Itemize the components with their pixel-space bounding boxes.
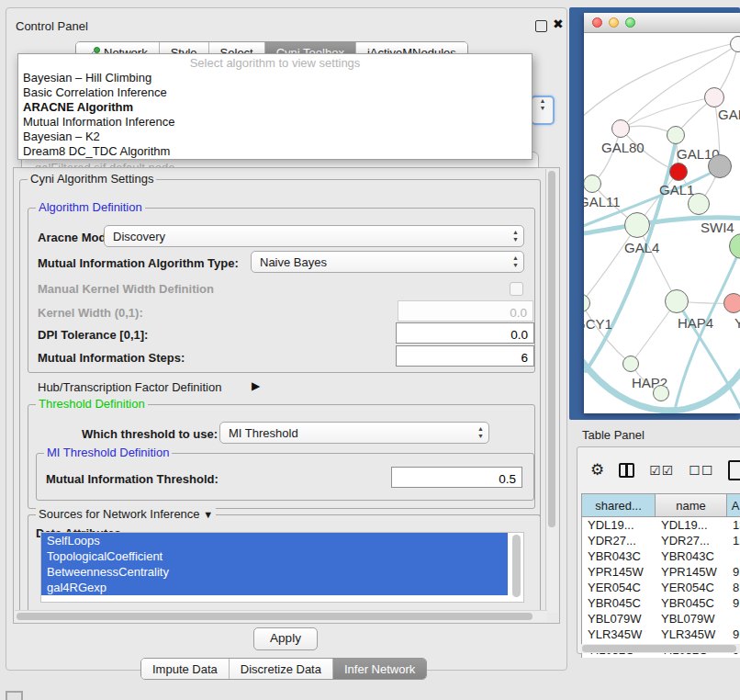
float-window-icon[interactable] — [535, 20, 547, 32]
network-node[interactable] — [730, 36, 740, 52]
table-row[interactable]: YDL19...YDL19...13 — [582, 517, 740, 533]
data-attribute-item[interactable]: gal4RGexp — [41, 580, 508, 595]
mi-steps-input[interactable] — [396, 345, 534, 367]
data-attributes-list[interactable]: SelfLoopsTopologicalCoefficientBetweenne… — [40, 532, 524, 603]
algorithm-combo-stepper[interactable]: ▲▼ — [531, 96, 555, 125]
node-label: GAL80 — [601, 140, 645, 155]
column-header-shared-name[interactable]: shared... — [582, 494, 656, 516]
data-attribute-item[interactable]: SelfLoops — [41, 533, 508, 548]
minimize-traffic-light-icon[interactable] — [609, 17, 619, 28]
table-cell: 9. — [727, 627, 740, 642]
algorithm-option[interactable]: Basic Correlation Inference — [18, 85, 532, 100]
algorithm-option[interactable]: Bayesian – K2 — [18, 130, 532, 144]
data-attribute-item[interactable]: TopologicalCoefficient — [41, 548, 508, 564]
network-node-gal11[interactable] — [584, 175, 601, 193]
node-label: GAL11 — [584, 194, 621, 209]
close-icon[interactable]: ✖ — [553, 17, 564, 31]
close-traffic-light-icon[interactable] — [592, 17, 602, 28]
network-node[interactable] — [653, 385, 669, 401]
table-row[interactable]: YLR345WYLR345W9. — [582, 627, 740, 642]
network-node[interactable] — [708, 154, 732, 178]
table-panel: ⚙ ☑☑ ☐☐ shared... name A YDL19...YDL19..… — [577, 446, 740, 654]
table-cell: 8. — [727, 580, 740, 595]
node-table: shared... name A YDL19...YDL19...13YDR27… — [581, 493, 740, 658]
table-row[interactable]: YPR145WYPR145W9. — [582, 564, 740, 580]
stepper-arrows-icon: ▲▼ — [512, 229, 519, 243]
algorithm-dropdown-popup: Select algorithm to view settings Bayesi… — [17, 53, 533, 160]
table-body: YDL19...YDL19...13YDR27...YDR27...12YBR0… — [582, 517, 740, 658]
network-node-gal1[interactable] — [669, 163, 688, 181]
table-row[interactable]: YBR045CYBR045C9. — [582, 595, 740, 611]
collapsed-panel-icon[interactable] — [6, 691, 23, 700]
tab-discretize-data[interactable]: Discretize Data — [230, 659, 333, 679]
mi-steps-label: Mutual Information Steps: — [38, 351, 185, 365]
settings-vertical-scrollbar[interactable] — [545, 169, 558, 613]
panel-title: Control Panel — [16, 19, 88, 33]
network-node-y[interactable] — [723, 293, 740, 313]
table-cell: YDL19... — [582, 517, 656, 533]
columns-icon[interactable] — [619, 463, 634, 478]
tab-impute-data[interactable]: Impute Data — [141, 659, 230, 679]
mi-threshold-input[interactable] — [391, 467, 522, 488]
control-panel-window: Control Panel ✖ Network Style Select Cyn… — [6, 7, 567, 671]
network-window: GALGAL80GAL10GAL1GAL11GAL4SWI4GCY1HAP4YH… — [584, 13, 740, 413]
settings-horizontal-scrollbar[interactable] — [15, 610, 547, 622]
select-all-columns-icon[interactable]: ☑☑ — [649, 463, 674, 478]
group-mi-threshold-definition: MI Threshold Definition Mutual Informati… — [36, 453, 534, 501]
table-header-row: shared... name A — [582, 494, 740, 517]
hub-tf-section-label[interactable]: Hub/Transcription Factor Definition — [38, 380, 221, 394]
algorithm-option[interactable]: ARACNE Algorithm — [18, 100, 532, 115]
which-threshold-combo[interactable]: MI Threshold ▲▼ — [219, 422, 489, 444]
table-cell: YBR043C — [656, 548, 727, 564]
algorithm-option[interactable]: Bayesian – Hill Climbing — [18, 71, 532, 85]
table-toolbar: ⚙ ☑☑ ☐☐ — [590, 460, 740, 480]
algorithm-option[interactable]: Mutual Information Inference — [18, 115, 532, 130]
network-node[interactable] — [688, 193, 710, 215]
collapse-right-icon[interactable]: ▶ — [252, 379, 260, 392]
network-node-gal80[interactable] — [611, 119, 630, 138]
table-cell: YDL19... — [656, 517, 727, 533]
table-row[interactable]: YDR27...YDR27...12 — [582, 533, 740, 548]
data-attribute-item[interactable]: BetweennessCentrality — [41, 564, 508, 580]
node-label: GAL1 — [659, 182, 694, 198]
zoom-traffic-light-icon[interactable] — [625, 17, 635, 28]
algorithm-placeholder: Select algorithm to view settings — [18, 54, 532, 71]
dpi-tolerance-input[interactable] — [396, 322, 534, 344]
table-cell: 12 — [727, 533, 740, 548]
table-cell: YDR27... — [656, 533, 727, 548]
aracne-mode-combo[interactable]: Discovery ▲▼ — [104, 225, 524, 247]
gear-icon[interactable]: ⚙ — [590, 462, 604, 479]
collapse-down-icon[interactable]: ▼ — [203, 509, 213, 520]
stepper-arrows-icon: ▲▼ — [512, 254, 519, 269]
manual-kernel-checkbox[interactable] — [510, 282, 523, 296]
column-header-partial[interactable]: A — [727, 494, 740, 516]
apply-button[interactable]: Apply — [253, 627, 318, 650]
network-node-gal[interactable] — [704, 87, 724, 107]
deselect-all-columns-icon[interactable]: ☐☐ — [689, 463, 713, 478]
group-threshold-definition: Threshold Definition Which threshold to … — [28, 404, 535, 509]
table-cell: YLR345W — [582, 627, 656, 642]
table-cell: 13 — [727, 517, 740, 533]
table-row[interactable]: YER054CYER054C8. — [582, 580, 740, 595]
column-header-name[interactable]: name — [656, 494, 727, 516]
algorithm-option[interactable]: Dream8 DC_TDC Algorithm — [18, 144, 532, 159]
table-row[interactable]: YBL079WYBL079W — [582, 611, 740, 627]
export-table-icon[interactable] — [728, 460, 740, 480]
table-cell: YER054C — [656, 580, 727, 595]
mi-algorithm-type-combo[interactable]: Naive Bayes ▲▼ — [251, 251, 524, 273]
network-node-hap4[interactable] — [665, 289, 689, 313]
network-node-gal10[interactable] — [667, 126, 685, 144]
table-cell: YBR045C — [656, 595, 727, 611]
network-node-hap2[interactable] — [622, 356, 639, 372]
node-label: Y — [734, 315, 740, 331]
table-row[interactable]: YBR043CYBR043C — [582, 548, 740, 564]
table-cell — [727, 611, 740, 627]
network-window-titlebar[interactable] — [584, 13, 740, 33]
tab-infer-network[interactable]: Infer Network — [333, 659, 426, 679]
network-canvas[interactable]: GALGAL80GAL10GAL1GAL11GAL4SWI4GCY1HAP4YH… — [584, 33, 740, 413]
kernel-width-input[interactable] — [398, 300, 533, 322]
kernel-width-label: Kernel Width (0,1): — [38, 306, 143, 320]
attributes-scrollbar[interactable] — [512, 535, 521, 599]
network-node-gal4[interactable] — [624, 212, 650, 238]
table-horizontal-scrollbar[interactable] — [581, 644, 740, 653]
